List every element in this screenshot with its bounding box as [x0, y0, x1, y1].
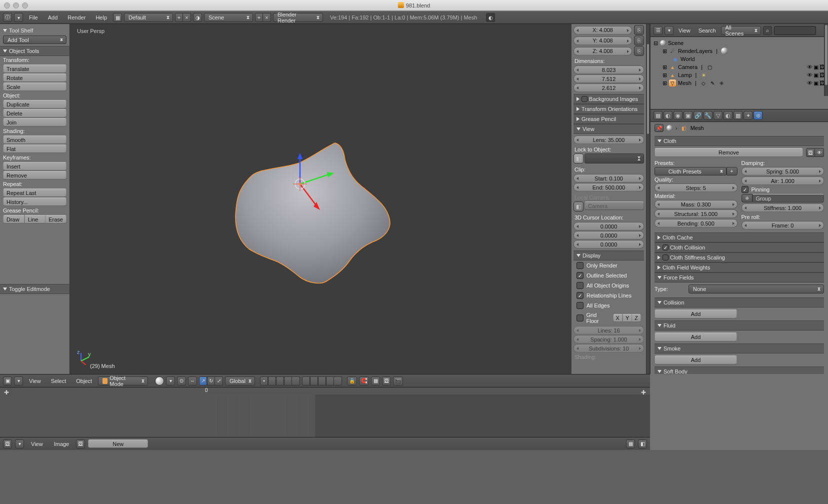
prop-tab-texture-icon[interactable]: ▩ — [734, 111, 742, 120]
outliner-filter-dropdown[interactable]: All Scenes — [721, 26, 761, 35]
image-view-menu[interactable]: View — [27, 438, 47, 450]
tree-lamp[interactable]: Lamp — [678, 72, 692, 78]
restrict-select-icon[interactable]: ▣ — [814, 64, 818, 70]
select-menu[interactable]: Select — [47, 374, 70, 388]
outliner-search-icon[interactable]: ⌕ — [763, 26, 772, 35]
spring-field[interactable]: Spring: 5.000 — [742, 167, 824, 176]
grease-pencil-panel[interactable]: Grease Pencil — [582, 116, 616, 122]
tree-world[interactable]: World — [680, 56, 695, 62]
rotate-manip-icon[interactable]: ↻ — [207, 376, 215, 386]
menu-add[interactable]: Add — [44, 11, 62, 24]
display-panel[interactable]: Display — [582, 252, 600, 258]
snap-element-icon[interactable]: ▦ — [371, 376, 380, 386]
cursor-x-field[interactable]: 0.0000 — [574, 222, 644, 230]
gp-line-button[interactable]: Line — [24, 215, 46, 224]
add-scene-icon[interactable]: + — [255, 13, 263, 22]
tree-camera[interactable]: Camera — [678, 64, 698, 70]
local-camera-field[interactable]: Camera — [584, 202, 644, 210]
pinning-checkbox[interactable]: ✓ — [742, 186, 748, 193]
zoom-window-icon[interactable] — [22, 2, 28, 8]
outline-selected-checkbox[interactable]: ✓ — [576, 272, 584, 279]
all-origins-checkbox[interactable] — [576, 282, 584, 289]
delete-layout-icon[interactable]: × — [183, 13, 191, 22]
force-fields-panel[interactable]: Force Fields — [664, 274, 694, 280]
steps-field[interactable]: Steps: 5 — [654, 184, 738, 192]
collapse-menus-icon[interactable]: ▾ — [14, 13, 23, 22]
scale-manip-icon[interactable]: ⤢ — [215, 376, 223, 386]
cursor-z-field[interactable]: 0.0000 — [574, 240, 644, 248]
force-type-dropdown[interactable]: None — [688, 284, 824, 294]
outliner-search-input[interactable] — [774, 26, 816, 35]
add-tool-dropdown[interactable]: Add Tool — [3, 36, 66, 44]
bending-field[interactable]: Bending: 0.500 — [654, 219, 738, 228]
cloth-cache-panel[interactable]: Cloth Cache — [662, 234, 693, 240]
grid-spacing-field[interactable]: Spacing: 1.000 — [574, 335, 644, 344]
pin-group-field[interactable]: Group — [752, 194, 824, 202]
gp-draw-button[interactable]: Draw — [3, 215, 24, 224]
3d-viewport[interactable]: User Persp — [70, 24, 571, 374]
close-window-icon[interactable] — [4, 2, 10, 8]
viewport-canvas[interactable] — [70, 24, 440, 349]
back-to-previous-icon[interactable]: ▦ — [113, 13, 122, 22]
air-field[interactable]: Air: 1.000 — [742, 176, 824, 185]
menu-render[interactable]: Render — [64, 11, 90, 24]
vgroup-icon[interactable]: ⁜ — [742, 194, 752, 202]
remove-keyframe-button[interactable]: Remove — [3, 171, 66, 180]
uv-icon-2[interactable]: ◧ — [638, 440, 647, 448]
cloth-presets-dropdown[interactable]: Cloth Presets — [654, 167, 726, 176]
timeline-editor[interactable]: ✚ ✚ 0 — [0, 387, 650, 437]
prop-tab-render-icon[interactable]: ▦ — [654, 111, 662, 120]
scale-y-field[interactable]: Y: 4.008 — [574, 36, 632, 45]
cloth-collision-panel[interactable]: Cloth Collision — [670, 244, 705, 250]
add-layout-icon[interactable]: + — [175, 13, 183, 22]
pin-icon[interactable]: 📌 — [654, 124, 664, 132]
delete-scene-icon[interactable]: × — [263, 13, 271, 22]
lock-object-field[interactable] — [584, 154, 644, 164]
manipulator-icon[interactable]: ↔ — [188, 376, 197, 386]
dim-z-field[interactable]: 2.612 — [574, 84, 644, 92]
join-button[interactable]: Join — [3, 118, 66, 126]
tree-scene[interactable]: Scene — [668, 40, 684, 46]
snap-icon[interactable]: 🧲 — [359, 376, 369, 386]
lens-field[interactable]: Lens: 35.000 — [574, 136, 644, 144]
grid-subdiv-field[interactable]: Subdivisions: 10 — [574, 344, 644, 352]
insert-keyframe-button[interactable]: Insert — [3, 162, 66, 170]
tree-mesh[interactable]: Mesh — [678, 80, 692, 86]
translate-button[interactable]: Translate — [3, 64, 66, 73]
uv-icon-1[interactable]: ▦ — [626, 440, 635, 448]
prop-tab-scene-icon[interactable]: ◐ — [664, 111, 672, 120]
lock-scale-z-icon[interactable]: ⎘ — [634, 46, 644, 56]
object-menu[interactable]: Object — [72, 374, 96, 388]
add-preset-icon[interactable]: + — [726, 167, 738, 176]
cloth-render-icon[interactable]: 🖼 — [806, 148, 815, 157]
opengl-anim-icon[interactable]: 🎬 — [393, 376, 403, 386]
tree-renderlayers[interactable]: RenderLayers — [678, 48, 712, 54]
cloth-panel-header[interactable]: Cloth — [664, 138, 676, 144]
bg-images-panel[interactable]: Background Images — [589, 96, 638, 102]
outliner-editor-icon[interactable]: ☰ — [654, 26, 662, 35]
transform-orient-panel[interactable]: Transform Orientations — [582, 106, 638, 112]
outliner-scrollbar[interactable] — [825, 25, 828, 85]
cursor-y-field[interactable]: 0.0000 — [574, 231, 644, 240]
outliner-search-menu[interactable]: Search — [696, 24, 719, 37]
view-panel[interactable]: View — [582, 126, 594, 132]
rotate-button[interactable]: Rotate — [3, 74, 66, 82]
prop-tab-constraints-icon[interactable]: 🔗 — [694, 111, 702, 120]
3dview-collapse-icon[interactable]: ▾ — [14, 376, 23, 386]
structural-field[interactable]: Structural: 15.000 — [654, 210, 738, 218]
delete-button[interactable]: Delete — [3, 109, 66, 118]
prop-tab-object-icon[interactable]: ▣ — [684, 111, 692, 120]
cloth-stiffness-panel[interactable]: Cloth Stiffness Scaling — [670, 254, 725, 260]
lock-object-browse-icon[interactable]: ◧ — [574, 154, 584, 164]
grid-lines-field[interactable]: Lines: 16 — [574, 326, 644, 334]
n-panel-scrollbar[interactable] — [647, 44, 649, 134]
fluid-panel[interactable]: Fluid — [664, 322, 676, 328]
editor-type-icon[interactable]: ⓘ — [3, 13, 12, 22]
fluid-add-button[interactable]: Add — [654, 332, 737, 342]
prop-tab-modifiers-icon[interactable]: 🔧 — [704, 111, 712, 120]
relationship-lines-checkbox[interactable]: ✓ — [576, 292, 584, 299]
prop-tab-material-icon[interactable]: ◐ — [724, 111, 732, 120]
mode-dropdown[interactable]: Object Mode — [98, 376, 148, 386]
dim-y-field[interactable]: 7.512 — [574, 74, 644, 83]
scale-z-field[interactable]: Z: 4.008 — [574, 47, 632, 56]
